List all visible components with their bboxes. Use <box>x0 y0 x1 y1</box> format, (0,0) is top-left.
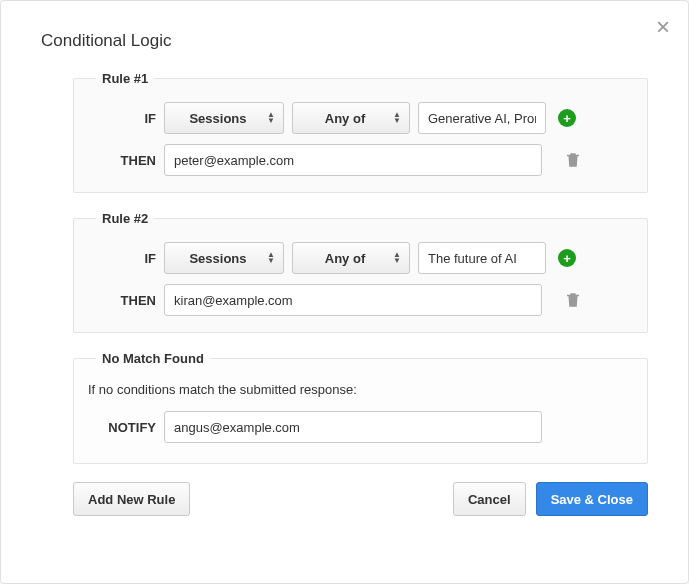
rule-legend: Rule #1 <box>96 71 154 86</box>
sort-icon: ▲▼ <box>267 252 275 264</box>
no-match-text: If no conditions match the submitted res… <box>88 382 633 397</box>
add-condition-icon[interactable]: + <box>558 109 576 127</box>
sort-icon: ▲▼ <box>393 112 401 124</box>
rule-then-row: THEN <box>88 284 633 316</box>
then-input[interactable] <box>164 284 542 316</box>
rule-then-row: THEN <box>88 144 633 176</box>
modal-title: Conditional Logic <box>41 31 648 51</box>
notify-input[interactable] <box>164 411 542 443</box>
select-value: Any of <box>325 251 365 266</box>
if-value-input[interactable] <box>418 102 546 134</box>
notify-row: NOTIFY <box>88 411 633 443</box>
add-condition-icon[interactable]: + <box>558 249 576 267</box>
if-label: IF <box>88 111 156 126</box>
operator-select[interactable]: Any of ▲▼ <box>292 102 410 134</box>
close-icon[interactable]: × <box>656 15 670 39</box>
then-label: THEN <box>88 293 156 308</box>
sort-icon: ▲▼ <box>393 252 401 264</box>
conditional-logic-modal: × Conditional Logic Rule #1 IF Sessions … <box>0 0 689 584</box>
add-new-rule-button[interactable]: Add New Rule <box>73 482 190 516</box>
rule-legend: Rule #2 <box>96 211 154 226</box>
trash-icon[interactable] <box>564 291 582 309</box>
if-label: IF <box>88 251 156 266</box>
field-select[interactable]: Sessions ▲▼ <box>164 102 284 134</box>
operator-select[interactable]: Any of ▲▼ <box>292 242 410 274</box>
save-close-button[interactable]: Save & Close <box>536 482 648 516</box>
then-label: THEN <box>88 153 156 168</box>
modal-footer: Add New Rule Cancel Save & Close <box>73 482 648 516</box>
trash-icon[interactable] <box>564 151 582 169</box>
sort-icon: ▲▼ <box>267 112 275 124</box>
select-value: Sessions <box>189 251 246 266</box>
notify-label: NOTIFY <box>88 420 156 435</box>
cancel-button[interactable]: Cancel <box>453 482 526 516</box>
no-match-legend: No Match Found <box>96 351 210 366</box>
select-value: Sessions <box>189 111 246 126</box>
field-select[interactable]: Sessions ▲▼ <box>164 242 284 274</box>
rule-if-row: IF Sessions ▲▼ Any of ▲▼ + <box>88 242 633 274</box>
rule-1-fieldset: Rule #1 IF Sessions ▲▼ Any of ▲▼ + THEN <box>73 71 648 193</box>
select-value: Any of <box>325 111 365 126</box>
then-input[interactable] <box>164 144 542 176</box>
if-value-input[interactable] <box>418 242 546 274</box>
no-match-fieldset: No Match Found If no conditions match th… <box>73 351 648 464</box>
rule-2-fieldset: Rule #2 IF Sessions ▲▼ Any of ▲▼ + THEN <box>73 211 648 333</box>
rule-if-row: IF Sessions ▲▼ Any of ▲▼ + <box>88 102 633 134</box>
